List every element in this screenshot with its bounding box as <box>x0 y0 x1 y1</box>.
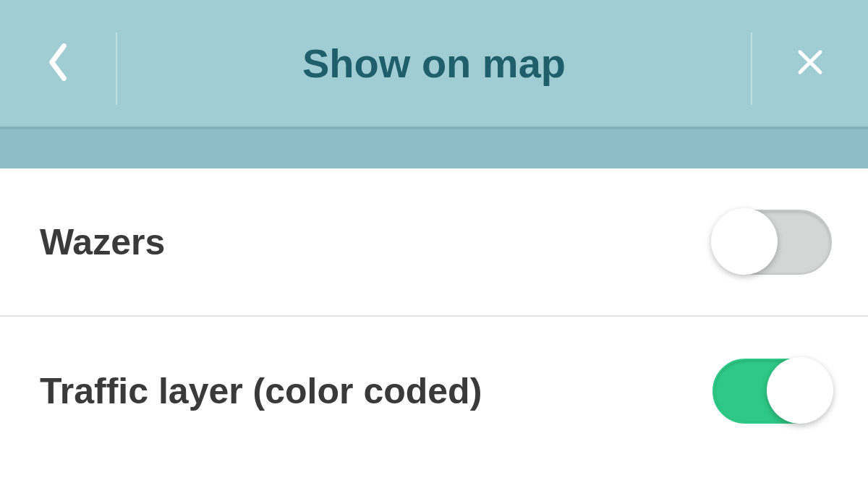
header-inner: Show on map <box>0 40 868 87</box>
toggle-thumb <box>711 208 778 275</box>
close-icon <box>796 48 825 80</box>
setting-label: Wazers <box>40 221 165 263</box>
header-divider <box>751 33 752 105</box>
chevron-left-icon <box>45 42 71 85</box>
page-header: Show on map <box>0 0 868 127</box>
page-title: Show on map <box>80 40 788 87</box>
toggle-thumb <box>767 357 833 424</box>
sub-header-bar <box>0 127 868 168</box>
settings-list: Wazers Traffic layer (color coded) <box>0 168 868 465</box>
back-button[interactable] <box>36 42 80 85</box>
setting-label: Traffic layer (color coded) <box>40 370 482 412</box>
toggle-wazers[interactable] <box>712 210 832 275</box>
close-button[interactable] <box>788 42 832 85</box>
setting-row-wazers: Wazers <box>0 168 868 317</box>
toggle-traffic-layer[interactable] <box>712 359 832 424</box>
setting-row-traffic-layer: Traffic layer (color coded) <box>0 317 868 465</box>
header-divider <box>116 33 117 105</box>
